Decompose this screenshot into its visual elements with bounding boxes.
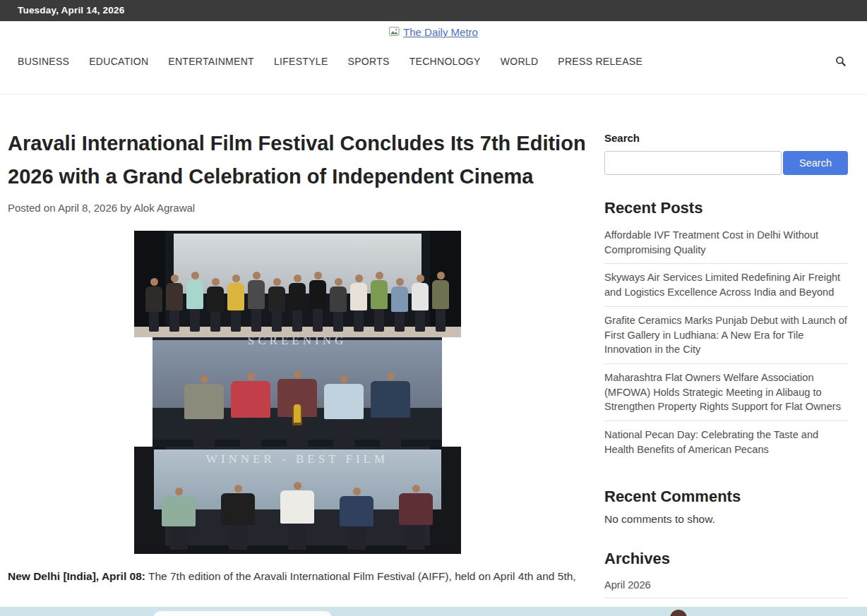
current-date: Tuesday, April 14, 2026 — [18, 5, 124, 16]
nav-item[interactable]: BUSINESS — [18, 56, 69, 67]
nav-row: BUSINESS EDUCATION ENTERTAINMENT LIFESTY… — [0, 42, 867, 94]
recent-post-link[interactable]: Maharashtra Flat Owners Welfare Associat… — [604, 364, 848, 421]
person-silhouette — [145, 278, 162, 332]
person-silhouette — [324, 375, 364, 447]
person-silhouette — [221, 485, 255, 550]
search-widget-label: Search — [604, 132, 848, 144]
main-nav: BUSINESS EDUCATION ENTERTAINMENT LIFESTY… — [18, 56, 662, 67]
banner-card — [153, 611, 332, 616]
person-silhouette — [289, 274, 306, 332]
person-silhouette — [350, 274, 367, 332]
person-silhouette — [248, 272, 265, 332]
article: Aravali International Film Festival Conc… — [8, 127, 587, 616]
search-icon[interactable] — [832, 53, 849, 70]
person-silhouette — [330, 278, 347, 332]
person-silhouette — [371, 373, 410, 447]
article-images: SCREENINGWINNER - BEST FILM — [8, 231, 587, 554]
photo-overlay-text: SCREENING — [153, 337, 442, 348]
recent-post-link[interactable]: Grafite Ceramics Marks Punjab Debut with… — [604, 307, 848, 364]
nav-item[interactable]: TECHNOLOGY — [409, 56, 481, 67]
person-silhouette — [391, 278, 408, 332]
person-silhouette — [399, 485, 433, 550]
main-content: Aravali International Film Festival Conc… — [0, 95, 867, 616]
recent-post-link[interactable]: National Pecan Day: Celebrating the Tast… — [604, 421, 848, 463]
recent-post-link[interactable]: Affordable IVF Treatment Cost in Delhi W… — [604, 222, 848, 264]
site-name: The Daily Metro — [403, 26, 478, 38]
nav-item[interactable]: PRESS RELEASE — [558, 56, 642, 67]
person-silhouette — [268, 278, 285, 332]
bottom-banner — [0, 607, 867, 616]
award-winners-group-photo — [134, 231, 461, 337]
search-widget: Search — [604, 151, 848, 175]
recent-posts-list: Affordable IVF Treatment Cost in Delhi W… — [604, 222, 848, 464]
person-silhouette — [280, 482, 314, 550]
no-comments-text: No comments to show. — [604, 513, 848, 526]
gold-trophy — [294, 404, 301, 423]
person-silhouette — [371, 272, 388, 332]
nav-item[interactable]: EDUCATION — [89, 56, 148, 67]
broken-image-icon — [389, 27, 401, 37]
person-silhouette — [231, 373, 270, 447]
nav-item[interactable]: SPORTS — [348, 56, 390, 67]
person-silhouette — [309, 272, 326, 332]
person-silhouette — [184, 375, 224, 447]
article-paragraph-lead: New Delhi [India], April 08: — [8, 570, 145, 582]
logo-row: The Daily Metro — [0, 21, 867, 42]
photo-overlay-text: WINNER - BEST FILM — [134, 452, 461, 466]
winner-best-film-speech-photo: WINNER - BEST FILM — [134, 447, 461, 554]
recent-comments-title: Recent Comments — [604, 488, 848, 506]
people-group — [134, 482, 461, 550]
search-button[interactable]: Search — [783, 151, 848, 175]
person-silhouette — [340, 488, 373, 550]
site-header: The Daily Metro BUSINESS EDUCATION ENTER… — [0, 21, 867, 95]
nav-item[interactable]: LIFESTYLE — [274, 56, 328, 67]
person-silhouette — [166, 274, 183, 332]
article-title: Aravali International Film Festival Conc… — [8, 127, 587, 193]
article-meta: Posted on April 8, 2026 by Alok Agrawal — [8, 202, 587, 214]
person-silhouette — [227, 274, 244, 332]
archives-title: Archives — [604, 550, 848, 568]
date-bar: Tuesday, April 14, 2026 — [0, 0, 867, 21]
sidebar: Search Search Recent Posts Affordable IV… — [604, 127, 848, 616]
banner-head-circle — [670, 610, 687, 616]
person-silhouette — [432, 272, 449, 332]
nav-item[interactable]: WORLD — [501, 56, 539, 67]
person-silhouette — [162, 488, 196, 550]
recent-post-link[interactable]: Skyways Air Services Limited Redefining … — [604, 264, 848, 306]
best-film-trophy-photo: SCREENING — [153, 337, 442, 447]
person-silhouette — [207, 278, 224, 332]
nav-item[interactable]: ENTERTAINMENT — [168, 56, 254, 67]
person-silhouette — [186, 272, 203, 332]
article-paragraph-text: The 7th edition of the Aravali Internati… — [145, 570, 576, 582]
people-group — [134, 272, 461, 332]
site-logo-link[interactable]: The Daily Metro — [389, 26, 478, 38]
recent-posts-title: Recent Posts — [604, 199, 848, 217]
search-input[interactable] — [604, 151, 782, 175]
person-silhouette — [412, 274, 429, 332]
article-paragraph: New Delhi [India], April 08: The 7th edi… — [8, 568, 587, 585]
archive-link[interactable]: April 2026 — [604, 572, 848, 598]
